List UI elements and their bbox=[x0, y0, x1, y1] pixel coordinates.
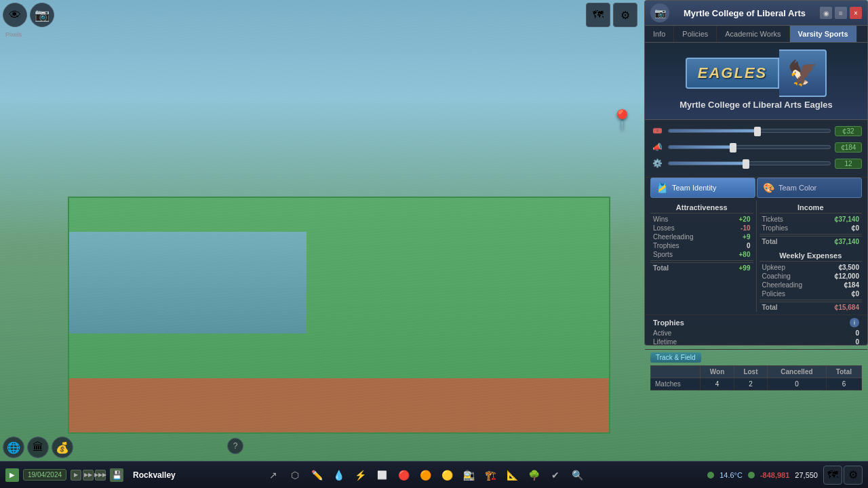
settings-icon[interactable]: ⚙ bbox=[613, 3, 637, 27]
coaching-slider-fill bbox=[669, 162, 746, 165]
matches-header-empty bbox=[651, 366, 701, 378]
stats-vertical-divider bbox=[756, 201, 757, 312]
coaching-slider-thumb[interactable] bbox=[743, 159, 749, 169]
taskbar-tools: ↗ ⬡ ✏️ 💧 ⚡ ⬜ 🔴 🟠 🟡 🚉 🏗️ 📐 🌳 ✔ 🔍 bbox=[186, 466, 665, 485]
coaching-exp-label: Coaching bbox=[762, 272, 791, 280]
play-button[interactable]: ▶ bbox=[5, 468, 19, 482]
matches-header-lost: Lost bbox=[734, 366, 767, 378]
matches-header-total: Total bbox=[826, 366, 861, 378]
nav-icon-2[interactable]: 🏛 bbox=[27, 436, 49, 458]
tool-health[interactable]: 🟠 bbox=[416, 466, 435, 485]
team-identity-button[interactable]: 🎽 Team Identity bbox=[650, 178, 755, 198]
topright-icon-group: 🗺 ⚙ bbox=[586, 3, 637, 27]
losses-label: Losses bbox=[653, 224, 675, 232]
coaching-slider-track[interactable] bbox=[668, 161, 831, 165]
titlebar-close-button[interactable]: × bbox=[850, 7, 862, 19]
upkeep-value: ₵3,500 bbox=[838, 264, 859, 271]
eco-status-dot bbox=[748, 472, 755, 479]
green-status-dot bbox=[707, 472, 714, 479]
tickets-slider-thumb[interactable] bbox=[754, 127, 761, 136]
tab-policies[interactable]: Policies bbox=[674, 26, 717, 42]
titlebar-icons: ◉ ≡ × bbox=[820, 7, 862, 19]
trophies-info-icon[interactable]: i bbox=[850, 318, 859, 327]
stat-losses: Losses -10 bbox=[650, 224, 753, 232]
cheerleading-label: Cheerleading bbox=[653, 233, 694, 241]
slider-row-coaching: ⚙️ 12 bbox=[650, 157, 862, 170]
cheer-slider-thumb[interactable] bbox=[730, 143, 736, 152]
section-buttons-row: 🎽 Team Identity 🎨 Team Color bbox=[645, 178, 867, 201]
stadium-field bbox=[68, 197, 610, 434]
tool-pencil[interactable]: ✏️ bbox=[307, 466, 326, 485]
wins-label: Wins bbox=[653, 216, 668, 223]
tool-zone[interactable]: ⬡ bbox=[285, 466, 304, 485]
cheer-slider-value: ₵184 bbox=[835, 142, 862, 152]
tool-search[interactable]: 🔍 bbox=[568, 466, 587, 485]
tool-services[interactable]: ⬜ bbox=[372, 466, 391, 485]
tool-water[interactable]: 💧 bbox=[329, 466, 348, 485]
tool-parks[interactable]: 🌳 bbox=[524, 466, 543, 485]
team-color-button[interactable]: 🎨 Team Color bbox=[757, 178, 862, 198]
nav-icon-1[interactable]: 🌐 bbox=[3, 436, 24, 458]
speed-btn-2[interactable]: ▶▶ bbox=[83, 470, 94, 481]
panel-camera-icon[interactable]: 📷 bbox=[650, 3, 669, 22]
stat-total-income: Total ₵37,140 bbox=[760, 236, 863, 246]
trophies-title: Trophies bbox=[653, 319, 684, 327]
camera-icon[interactable]: 📷 bbox=[30, 3, 54, 27]
stadium-seats bbox=[69, 232, 307, 333]
nav-icon-3[interactable]: 💰 bbox=[52, 436, 73, 458]
matches-header-row: Won Lost Cancelled Total bbox=[651, 366, 862, 378]
tab-varsity-sports[interactable]: Varsity Sports bbox=[790, 26, 857, 42]
trophies-lifetime-label: Lifetime bbox=[653, 338, 677, 346]
tool-land[interactable]: 📐 bbox=[502, 466, 521, 485]
bottom-settings-icon[interactable]: ⚙ bbox=[844, 466, 863, 485]
wins-value: +20 bbox=[739, 216, 751, 223]
tool-fire[interactable]: 🔴 bbox=[394, 466, 413, 485]
cheer-slider-track[interactable] bbox=[668, 145, 831, 149]
matches-won-value: 4 bbox=[701, 378, 734, 390]
trophies-income-label: Trophies bbox=[762, 224, 789, 232]
tickets-income-value: ₵37,140 bbox=[834, 216, 859, 223]
speed-btn-3[interactable]: ▶▶▶ bbox=[95, 470, 106, 481]
titlebar-list-button[interactable]: ≡ bbox=[835, 7, 847, 19]
policies-exp-label: Policies bbox=[762, 290, 785, 298]
sports-value: +80 bbox=[739, 251, 751, 258]
tool-check[interactable]: ✔ bbox=[546, 466, 565, 485]
losses-value: -10 bbox=[741, 224, 750, 232]
tool-transport[interactable]: 🚉 bbox=[459, 466, 478, 485]
stat-policies-exp: Policies ₵0 bbox=[760, 289, 863, 298]
speed-btn-1[interactable]: ▶ bbox=[71, 470, 81, 481]
tab-info[interactable]: Info bbox=[645, 26, 674, 42]
expenses-divider bbox=[760, 300, 863, 300]
stat-wins: Wins +20 bbox=[650, 215, 753, 224]
tool-education[interactable]: 🟡 bbox=[437, 466, 456, 485]
help-icon[interactable]: ? bbox=[227, 438, 243, 454]
identity-label: Team Identity bbox=[672, 184, 716, 192]
tickets-slider-track[interactable] bbox=[668, 129, 831, 133]
team-emblem: 🦅 bbox=[779, 49, 827, 97]
slider-row-tickets: 🎟️ ₵32 bbox=[650, 124, 862, 138]
pixels-label: Pixels bbox=[5, 31, 22, 38]
tool-road[interactable]: ↗ bbox=[264, 466, 283, 485]
trophies-lifetime-value: 0 bbox=[855, 338, 859, 346]
stat-trophies-attr: Trophies 0 bbox=[650, 241, 753, 250]
eye-icon[interactable]: 👁 bbox=[3, 3, 27, 27]
income-title: Income bbox=[760, 201, 863, 214]
track-field-section: Track & Field Won Lost Cancelled Total M… bbox=[645, 349, 867, 393]
taskbar-right: 14.6°C -848,981 27,550 🗺 ⚙ bbox=[665, 466, 868, 485]
color-icon: 🎨 bbox=[763, 182, 774, 193]
tool-electric[interactable]: ⚡ bbox=[351, 466, 370, 485]
sliders-section: 🎟️ ₵32 📣 ₵184 ⚙️ 12 bbox=[645, 120, 867, 178]
stat-total-attr: Total +99 bbox=[650, 262, 753, 272]
financial-column: Income Tickets ₵37,140 Trophies ₵0 Total… bbox=[760, 201, 863, 312]
slider-row-cheer: 📣 ₵184 bbox=[650, 140, 862, 154]
topleft-icon-group: 👁 📷 Pixels bbox=[3, 3, 54, 27]
tab-academic-works[interactable]: Academic Works bbox=[717, 26, 789, 42]
city-name: Rockvalley bbox=[127, 470, 181, 480]
tool-industry[interactable]: 🏗️ bbox=[481, 466, 500, 485]
titlebar-map-button[interactable]: ◉ bbox=[820, 7, 832, 19]
income-divider bbox=[760, 234, 863, 235]
total-attr-value: +99 bbox=[739, 264, 751, 272]
save-icon[interactable]: 💾 bbox=[110, 468, 123, 482]
bottom-map-icon[interactable]: 🗺 bbox=[823, 466, 842, 485]
map-icon[interactable]: 🗺 bbox=[586, 3, 610, 27]
